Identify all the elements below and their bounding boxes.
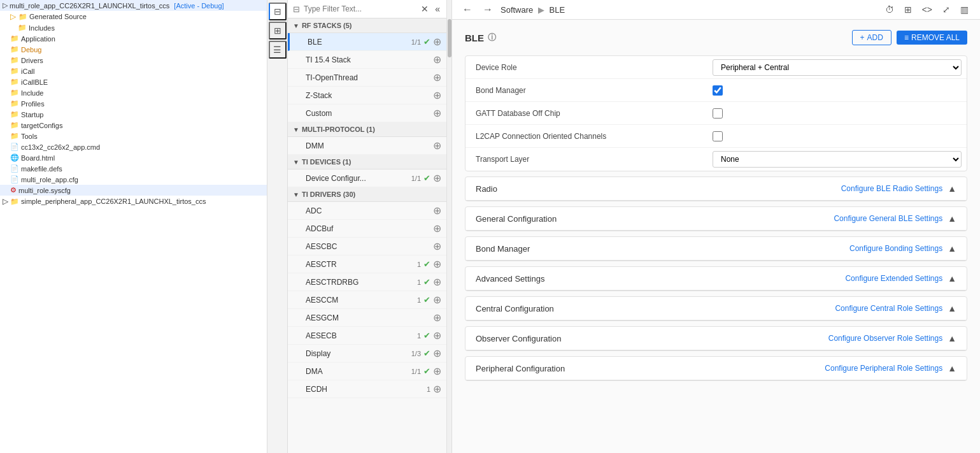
section-item-dmm[interactable]: DMM ⊕ — [288, 137, 446, 155]
tree-item-label: Application — [21, 35, 55, 43]
dma-badge: 1/1 — [411, 368, 421, 375]
advanced-header[interactable]: Advanced Settings Configure Extended Set… — [465, 267, 967, 291]
aesecb-add-button[interactable]: ⊕ — [433, 329, 441, 342]
tree-root-item[interactable]: ▷ multi_role_app_CC26X2R1_LAUNCHXL_tirto… — [0, 0, 267, 11]
transport-select[interactable]: None — [713, 151, 962, 168]
section-item-adc[interactable]: ADC ⊕ — [288, 202, 446, 220]
collapse-icon[interactable]: « — [434, 3, 441, 15]
openthread-add-button[interactable]: ⊕ — [433, 71, 441, 83]
section-multiprotocol[interactable]: ▼ MULTI-PROTOCOL (1) — [288, 122, 446, 137]
remove-all-button[interactable]: ≡ REMOVE ALL — [897, 31, 967, 45]
aesctrdrbg-add-button[interactable]: ⊕ — [433, 276, 441, 288]
section-item-openthread[interactable]: TI-OpenThread ⊕ — [288, 69, 446, 87]
aesccm-add-button[interactable]: ⊕ — [433, 294, 441, 306]
tree-item-cfg[interactable]: 📄 multi_role_app.cfg — [0, 174, 267, 185]
list-scrollbar[interactable] — [446, 0, 451, 453]
tree-item-targetconfigs[interactable]: 📁 targetConfigs — [0, 120, 267, 131]
section-item-aesccm[interactable]: AESCCM 1 ✔ ⊕ — [288, 291, 446, 309]
tree-item-startup[interactable]: 📁 Startup — [0, 109, 267, 120]
section-item-dma[interactable]: DMA 1/1 ✔ ⊕ — [288, 363, 446, 380]
aesgcm-add-button[interactable]: ⊕ — [433, 312, 441, 324]
section-item-aesctr[interactable]: AESCTR 1 ✔ ⊕ — [288, 255, 446, 273]
tree-item-makefile[interactable]: 📄 makefile.defs — [0, 163, 267, 174]
aesctr-add-button[interactable]: ⊕ — [433, 258, 441, 270]
section-item-deviceconfig[interactable]: Device Configur... 1/1 ✔ ⊕ — [288, 169, 446, 187]
add-button[interactable]: + ADD — [852, 30, 891, 45]
peripheral-header[interactable]: Peripheral Configuration Configure Perip… — [465, 357, 967, 380]
section-rf-stacks[interactable]: ▼ RF STACKS (5) — [288, 18, 446, 33]
section-item-zstack[interactable]: Z-Stack ⊕ — [288, 87, 446, 104]
layout-icon-button[interactable]: ⊞ — [900, 3, 916, 17]
section-item-ble[interactable]: BLE 1/1 ✔ ⊕ — [288, 33, 446, 51]
bond-manager-header[interactable]: Bond Manager Configure Bonding Settings … — [465, 237, 967, 261]
forward-button[interactable]: → — [480, 3, 495, 17]
radio-right: Configure BLE Radio Settings ▲ — [841, 183, 956, 194]
ti154-add-button[interactable]: ⊕ — [433, 54, 441, 66]
device-role-value: Peripheral + Central — [707, 57, 967, 78]
tree-project-icon: ▷ — [3, 1, 8, 10]
info-icon[interactable]: ⓘ — [488, 32, 496, 43]
radio-header[interactable]: Radio Configure BLE Radio Settings ▲ — [465, 177, 967, 201]
deviceconfig-add-button[interactable]: ⊕ — [433, 172, 441, 184]
aescbc-add-button[interactable]: ⊕ — [433, 240, 441, 252]
back-button[interactable]: ← — [460, 3, 475, 17]
tree-item-generated-source[interactable]: ▷ 📁 Generated Source — [0, 11, 267, 22]
panels-icon-button[interactable]: ▥ — [956, 3, 972, 17]
list-view-icon[interactable]: ☰ — [269, 41, 287, 59]
section-item-adcbuf[interactable]: ADCBuf ⊕ — [288, 220, 446, 238]
section-tidevices[interactable]: ▼ TI DEVICES (1) — [288, 155, 446, 169]
expand-icon: ▷ — [3, 197, 8, 206]
section-item-custom[interactable]: Custom ⊕ — [288, 104, 446, 122]
adcbuf-add-button[interactable]: ⊕ — [433, 222, 441, 234]
device-role-select[interactable]: Peripheral + Central — [713, 59, 962, 76]
calculator-icon[interactable]: ⊞ — [269, 22, 287, 40]
tree-item-icallble[interactable]: 📁 iCallBLE — [0, 76, 267, 87]
central-header[interactable]: Central Configuration Configure Central … — [465, 297, 967, 320]
tree-item-syscfg[interactable]: ⚙ multi_role.syscfg — [0, 185, 267, 196]
ecdh-add-button[interactable]: ⊕ — [433, 383, 441, 395]
section-item-aescbc[interactable]: AESCBC ⊕ — [288, 238, 446, 255]
tree-item-debug[interactable]: 📁 Debug — [0, 44, 267, 55]
tree-item-includes[interactable]: 📁 Includes — [0, 22, 267, 33]
history-icon-button[interactable]: ⏱ — [881, 3, 898, 17]
tree-item-drivers[interactable]: 📁 Drivers — [0, 55, 267, 66]
tree-item-simple-peripheral[interactable]: ▷ 📁 simple_peripheral_app_CC26X2R1_LAUNC… — [0, 196, 267, 207]
section-item-ecdh[interactable]: ECDH 1 ⊕ — [288, 380, 446, 398]
custom-add-button[interactable]: ⊕ — [433, 107, 441, 119]
section-item-aesctrdrbg[interactable]: AESCTRDRBG 1 ✔ ⊕ — [288, 273, 446, 291]
resize-icon-button[interactable]: ⤢ — [939, 3, 954, 17]
tree-item-application[interactable]: 📁 Application — [0, 33, 267, 44]
dma-add-button[interactable]: ⊕ — [433, 365, 441, 377]
section-central: Central Configuration Configure Central … — [465, 296, 967, 321]
dmm-add-button[interactable]: ⊕ — [433, 140, 441, 152]
code-icon-button[interactable]: <> — [918, 3, 936, 17]
section-item-aesgcm[interactable]: AESGCM ⊕ — [288, 309, 446, 327]
display-add-button[interactable]: ⊕ — [433, 347, 441, 359]
section-item-display[interactable]: Display 1/3 ✔ ⊕ — [288, 345, 446, 363]
tree-item-boardhtml[interactable]: 🌐 Board.html — [0, 152, 267, 163]
display-badge: 1/3 — [411, 350, 421, 357]
gatt-checkbox[interactable] — [713, 108, 723, 119]
tree-item-tools[interactable]: 📁 Tools — [0, 131, 267, 141]
section-tidrivers[interactable]: ▼ TI DRIVERS (30) — [288, 187, 446, 202]
filter-search-input[interactable] — [304, 4, 416, 13]
section-item-ti154[interactable]: TI 15.4 Stack ⊕ — [288, 51, 446, 69]
bond-manager-section-label: Bond Manager — [476, 244, 530, 254]
tree-item-profiles[interactable]: 📁 Profiles — [0, 98, 267, 109]
zstack-add-button[interactable]: ⊕ — [433, 89, 441, 101]
tree-item-icall[interactable]: 📁 iCall — [0, 66, 267, 76]
adc-add-button[interactable]: ⊕ — [433, 205, 441, 217]
observer-header[interactable]: Observer Configuration Configure Observe… — [465, 327, 967, 350]
list-scrollthumb[interactable] — [448, 19, 451, 57]
section-item-aesecb[interactable]: AESECB 1 ✔ ⊕ — [288, 327, 446, 345]
tree-item-include[interactable]: 📁 Include — [0, 87, 267, 98]
general-config-header[interactable]: General Configuration Configure General … — [465, 207, 967, 231]
tree-item-label: Debug — [21, 46, 41, 54]
tree-item-cmd[interactable]: 📄 cc13x2_cc26x2_app.cmd — [0, 141, 267, 152]
expand-tidev-icon: ▼ — [293, 159, 299, 166]
l2cap-checkbox[interactable] — [713, 131, 723, 141]
close-icon[interactable]: ✕ — [420, 3, 430, 15]
ble-add-button[interactable]: ⊕ — [433, 36, 441, 48]
observer-chevron-icon: ▲ — [948, 333, 956, 343]
grid-view-icon[interactable]: ⊟ — [269, 3, 287, 20]
